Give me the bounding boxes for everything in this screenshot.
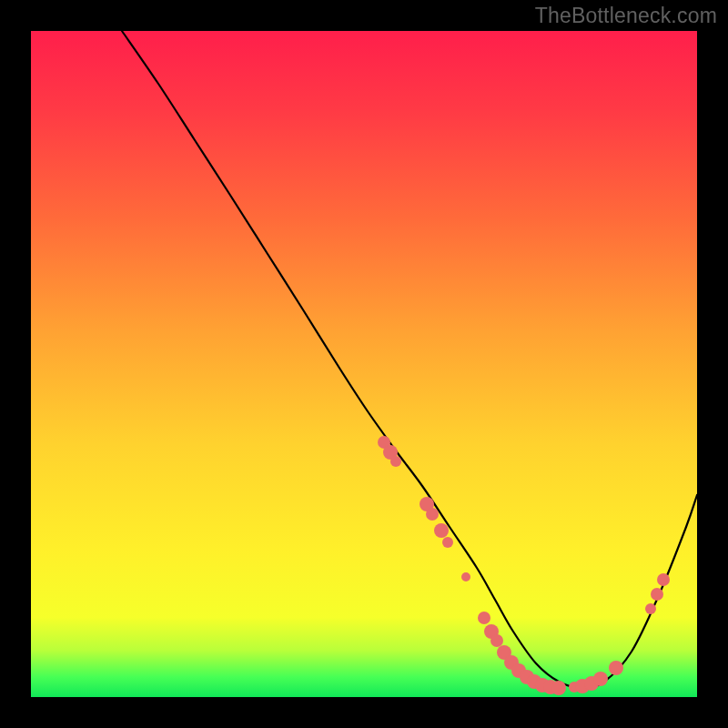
data-marker (434, 523, 449, 538)
data-marker (551, 681, 566, 695)
data-marker (609, 661, 623, 675)
chart-frame: TheBottleneck.com (0, 0, 728, 728)
data-marker (593, 672, 608, 686)
watermark-label: TheBottleneck.com (535, 4, 717, 28)
data-marker (657, 573, 670, 586)
data-marker (478, 612, 490, 624)
data-marker (390, 456, 401, 467)
data-marker (490, 634, 503, 647)
data-marker (442, 537, 453, 548)
data-marker (651, 588, 663, 601)
data-marker (426, 508, 439, 521)
bottleneck-curve (122, 31, 697, 688)
data-marker (461, 572, 470, 581)
data-marker (645, 603, 656, 614)
plot-area (31, 31, 697, 697)
marker-layer (378, 436, 670, 695)
curve-svg (31, 31, 697, 697)
